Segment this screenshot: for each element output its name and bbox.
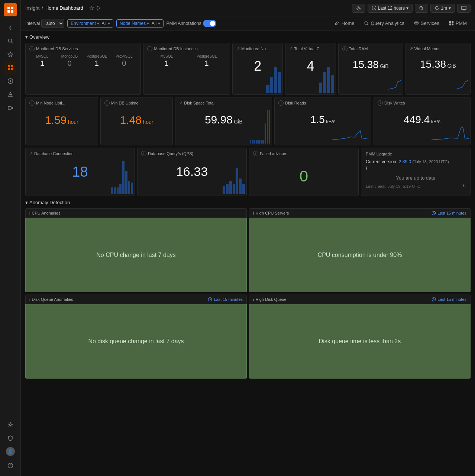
svg-rect-33: [449, 23, 451, 25]
sidebar-item-collapse[interactable]: ❮: [4, 22, 16, 33]
svg-point-19: [358, 7, 359, 9]
environment-filter[interactable]: Environment ▾ All ▾: [67, 19, 113, 28]
interval-select[interactable]: auto: [41, 19, 64, 28]
breadcrumb-separator: /: [42, 5, 43, 11]
card-database-query: i Database Query/s (QPS) 16.33: [137, 148, 247, 196]
node-chevron2-icon: ▾: [158, 21, 160, 26]
anomaly-section-header[interactable]: ▾ Anomaly Detection: [25, 200, 471, 205]
filterbar: Interval auto Environment ▾ All ▾ Node N…: [21, 16, 475, 30]
svg-point-16: [9, 424, 11, 426]
app-logo[interactable]: [4, 3, 17, 16]
ext-icon[interactable]: ↗: [29, 151, 33, 156]
cpu-anomalies-message: No CPU change in last 7 days: [96, 252, 175, 258]
sidebar-item-plugins[interactable]: [4, 102, 16, 114]
pmm-annotations-toggle[interactable]: [203, 20, 216, 27]
card-disk-writes: i Disk Writes 449.4 kB/s: [374, 97, 471, 145]
star-icon[interactable]: ☆: [89, 5, 94, 12]
share-icon[interactable]: ⟨⟩: [96, 5, 100, 11]
env-chevron-icon: ▾: [97, 21, 99, 26]
breadcrumb-insight[interactable]: Insight: [25, 5, 39, 11]
card-min-db-uptime: i Min DB Uptime 1.48 hour: [100, 97, 173, 145]
info-icon[interactable]: i: [278, 100, 284, 106]
svg-marker-6: [8, 52, 13, 57]
info-icon[interactable]: i: [378, 100, 383, 106]
interval-label: Interval: [25, 21, 40, 26]
info-icon[interactable]: i: [141, 151, 146, 156]
high-cpu-servers-body: CPU consumption is under 90%: [249, 218, 471, 292]
info-icon[interactable]: i: [104, 100, 110, 106]
node-names-filter[interactable]: Node Names ▾ All ▾: [116, 19, 163, 28]
ext-icon[interactable]: ↗: [236, 46, 240, 51]
sidebar-item-shield[interactable]: [4, 432, 16, 444]
card-min-node-uptime: i Min Node Upti... 1.59 hour: [25, 97, 98, 145]
card-monitored-db-services: i Monitored DB Services MySQL 1 MongoDB …: [25, 43, 141, 95]
high-cpu-message: CPU consumption is under 90%: [318, 252, 402, 258]
card-title: i Total RAM: [342, 46, 399, 51]
sidebar-item-explore[interactable]: [4, 75, 16, 87]
card-title: ↗ Disk Space Total: [179, 100, 268, 105]
ext-icon[interactable]: ↗: [179, 100, 182, 105]
info-icon[interactable]: i: [147, 46, 152, 51]
sidebar-item-alerting[interactable]: [4, 89, 16, 100]
nav-home[interactable]: Home: [331, 19, 358, 28]
filter-nav: Home Query Analytics Services PMM: [331, 19, 471, 28]
disk-space-value: 59.98: [205, 113, 233, 126]
card-title: ↗ Monitored No...: [236, 46, 279, 51]
card-cpu-anomalies: i CPU Anomalies No CPU change in last 7 …: [25, 208, 247, 292]
info-icon[interactable]: i: [253, 211, 254, 215]
svg-rect-2: [7, 10, 10, 13]
ext-icon[interactable]: ↗: [410, 46, 413, 51]
sidebar-item-help[interactable]: ?: [4, 460, 16, 472]
overview-section-header[interactable]: ▾ Overview: [25, 34, 471, 40]
info-icon[interactable]: i: [253, 297, 254, 302]
pmm-up-to-date-status: You are up to date: [366, 175, 466, 181]
card-disk-queue-anomalies: i Disk Queue Anomalies Last 15 minutes N…: [25, 295, 247, 379]
db-conn-value: 18: [72, 164, 88, 180]
sidebar-item-user[interactable]: 👤: [4, 446, 16, 457]
pmm-refresh-icon[interactable]: ↻: [462, 184, 466, 189]
info-icon[interactable]: i: [29, 100, 35, 106]
main-content: Insight / Home Dashboard ☆ ⟨⟩ Last 12 ho…: [21, 0, 475, 476]
disk-writes-value: 449.4: [404, 114, 430, 125]
info-icon[interactable]: i: [342, 46, 348, 51]
svg-rect-34: [452, 23, 453, 25]
refresh-label: 1m: [441, 6, 447, 11]
time-range-button[interactable]: Last 12 hours ▾: [368, 4, 413, 13]
sidebar-item-starred[interactable]: [4, 48, 16, 60]
pmm-version: Current version: 2.39.0 (July 18, 2023 U…: [366, 159, 466, 164]
ram-value: 15.38: [353, 59, 379, 70]
overview-collapse-icon: ▾: [25, 34, 28, 40]
card-failed-advisors: i Failed advisors 0: [249, 148, 359, 196]
ext-icon[interactable]: ↗: [289, 46, 293, 51]
sidebar-item-dashboards[interactable]: [4, 62, 16, 74]
monitor-button[interactable]: [457, 4, 471, 13]
zoom-button[interactable]: [415, 4, 428, 13]
svg-point-14: [10, 96, 10, 96]
gear-button[interactable]: [352, 4, 365, 13]
svg-rect-9: [8, 68, 10, 70]
info-icon[interactable]: i: [253, 151, 258, 156]
sidebar-item-settings[interactable]: [4, 419, 16, 431]
card-database-connection: ↗ Database Connection 18: [25, 148, 135, 196]
anomaly-grid-2: i Disk Queue Anomalies Last 15 minutes N…: [25, 295, 471, 379]
env-value: All: [101, 21, 106, 26]
info-icon[interactable]: i: [29, 211, 30, 215]
time-label: Last 12 hours: [378, 6, 405, 11]
pmm-annotations-filter: PMM Annotations: [167, 20, 216, 27]
cpu-anomalies-body: No CPU change in last 7 days: [25, 218, 247, 292]
svg-point-4: [8, 39, 12, 42]
node-chevron-icon: ▾: [147, 21, 149, 26]
pmm-upgrade-title: PMM Upgrade: [366, 152, 466, 156]
refresh-button[interactable]: 1m ▾: [430, 4, 455, 13]
sidebar-item-search[interactable]: [4, 35, 16, 47]
db-service-mongodb: MongoDB 0: [56, 54, 82, 68]
info-icon[interactable]: i: [29, 46, 35, 51]
svg-rect-3: [11, 10, 13, 13]
nav-pmm[interactable]: PMM: [445, 19, 471, 28]
disk-reads-value: 1.5: [310, 114, 325, 125]
nav-services[interactable]: Services: [410, 19, 443, 28]
svg-rect-32: [452, 21, 453, 23]
nav-query-analytics[interactable]: Query Analytics: [360, 19, 408, 28]
info-icon[interactable]: i: [29, 297, 30, 302]
metrics-row-2: i Min Node Upti... 1.59 hour i Min DB Up…: [25, 97, 471, 145]
